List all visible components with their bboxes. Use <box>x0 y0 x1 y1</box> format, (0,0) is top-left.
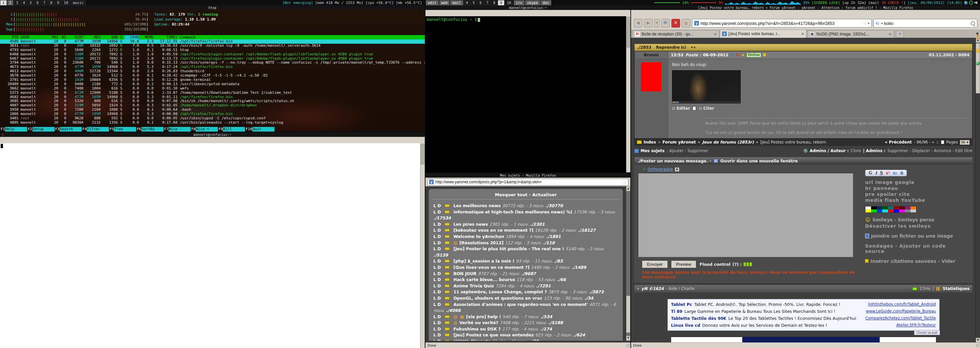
format-toolbar[interactable]: G I S x² x₂ ≣ <box>865 170 907 176</box>
process-row[interactable]: 3662 manoelt 20 0 7408 1004 616 S 0.0 0.… <box>0 86 425 91</box>
hourglass-icon[interactable] <box>976 35 980 40</box>
delete-link[interactable]: D <box>438 234 441 239</box>
process-row[interactable]: 4805 manoelt 20 0 98384 2132 1356 S 0.0 … <box>0 121 425 125</box>
topic-jump-link[interactable]: ./30770 <box>545 203 563 208</box>
screenshot-thumbnail[interactable] <box>672 70 741 104</box>
scroll-up-icon[interactable]: ▲ <box>626 186 630 191</box>
footer-links[interactable]: - Aide / Charte <box>666 286 695 291</box>
topic-row[interactable]: L D Welcome to yArochan 1894 rép. - 4 no… <box>429 234 623 240</box>
workspace-tag[interactable]: 10 <box>62 0 70 5</box>
delete-link[interactable]: D <box>438 203 441 208</box>
bold-button[interactable]: G <box>869 171 872 175</box>
read-link[interactable]: L <box>433 228 436 233</box>
function-key[interactable]: F5Tree <box>109 127 136 132</box>
saved-quotes-link[interactable]: Insérer citations sauvées - Vider <box>870 259 955 264</box>
resize-grip[interactable] <box>976 344 980 348</box>
topic-row[interactable]: L D Hack carte bleue... bourso 118 rép. … <box>429 277 623 283</box>
workspace-tag[interactable]: 4 <box>464 0 470 5</box>
process-row[interactable]: 4580 manoelt 20 0 477M 105M 14968 S 50.0… <box>0 40 425 44</box>
topic-row[interactable]: L D [kekoutez vous en ce momment ?] 1812… <box>429 227 623 234</box>
page-scrollbar[interactable]: ▲ ▼ <box>626 186 630 341</box>
bbcode-links-3[interactable]: pre spoiler cite <box>865 192 967 197</box>
htop-titlebar[interactable]: htop <box>0 5 425 10</box>
sofinco-banner[interactable]: 3,5% TAEGFIXE Votre montant : € ➜ SIMULE… <box>671 337 936 343</box>
read-link[interactable]: L <box>433 302 436 307</box>
delete-link[interactable]: D <box>438 295 441 301</box>
process-row[interactable]: 6467 manoelt 20 0 338M 20172 7892 S 1.0 … <box>0 57 425 61</box>
read-link[interactable]: L <box>433 203 436 208</box>
workspace-tag[interactable]: 10 <box>505 0 513 5</box>
refresh-link[interactable]: Actualiser <box>532 192 557 197</box>
favorite-icon[interactable]: ★ <box>741 51 745 59</box>
topic-row[interactable]: L D [Jeu] Poster le plus tôt possible - … <box>429 246 623 258</box>
process-row[interactable]: 3685 manoelt 20 0 5320 808 616 S 0.0 0.0… <box>0 99 425 104</box>
workspace-tag[interactable]: music <box>71 0 86 5</box>
resize-grip[interactable] <box>626 344 630 348</box>
topic-jump-link[interactable]: ./30 <box>530 339 539 341</box>
topic-row[interactable]: L D Association d'animes : que regardez-… <box>429 302 623 314</box>
edit-link[interactable]: :: Editer <box>672 106 690 111</box>
preview-button[interactable]: Preview <box>671 260 696 268</box>
topic-jump-link[interactable]: ./3873 <box>589 289 604 294</box>
topic-title[interactable]: [Jeu] Poster le plus tôt possible - The … <box>453 246 564 251</box>
workspace-tag[interactable]: 7 <box>41 0 48 5</box>
reload-button[interactable]: ⟳ <box>661 19 670 27</box>
workspace-tag[interactable]: 6 <box>477 0 484 5</box>
topic-jump-link[interactable]: ./534 <box>540 314 552 319</box>
process-row[interactable]: 3791 manoelt 20 0 181M 10884 6356 S 0.0 … <box>0 78 425 82</box>
text-ad[interactable]: Ti 89 Large Gamme en Papeterie & Bureau … <box>671 308 936 315</box>
message-textarea[interactable] <box>638 173 853 257</box>
url-input[interactable]: y http://www.yaronet.com/dposts.php?p=1&… <box>428 179 628 185</box>
crumb-forum[interactable]: Forum yAronet <box>662 140 696 145</box>
network-tray-icon[interactable] <box>964 1 968 5</box>
send-button[interactable]: Envoyer <box>642 260 668 268</box>
text-ad[interactable]: Linux live cd Donnez votre Avis sur les … <box>671 322 936 329</box>
ad-url[interactable]: lightinthebox.com/fr/Tablet_Android <box>868 301 936 308</box>
process-row[interactable]: 3631 root 20 0 98M 10332 2092 R 7.0 0.5 … <box>0 44 425 48</box>
delete-link[interactable]: D <box>438 271 441 276</box>
htop-table-header[interactable]: PIDUSER PRINI VIRTRES SHRS CPU%MEM% TIME… <box>0 35 425 40</box>
open-new-window-link[interactable]: Ouvrir dans une nouvelle fenêtre <box>721 158 798 163</box>
ignore-icon[interactable]: ✖ <box>736 51 739 59</box>
workspace-tag[interactable]: 5 <box>471 0 477 5</box>
post-anchor[interactable]: ./2853 <box>637 45 651 50</box>
function-key[interactable]: F6SortBy <box>136 127 163 132</box>
color-swatch[interactable] <box>910 206 916 209</box>
workspace-tag[interactable]: skype <box>525 0 540 5</box>
topic-jump-link[interactable]: ./2301 <box>530 222 545 227</box>
topic-title[interactable]: [kekoutez vous en ce momment ?] <box>453 228 533 233</box>
terminal-titlebar[interactable]: xmanoelt@confucius:~ <box>0 132 425 137</box>
htop-terminal[interactable]: 1[ |||||||||||||||||||24.7% ] 2[ |||||||… <box>0 10 425 132</box>
polls-link[interactable]: Sondages - Ajouter un code source <box>865 243 967 254</box>
read-link[interactable]: L <box>433 320 436 325</box>
topic-row[interactable]: L D [php] $_session a la noix ! 93 rép. … <box>429 258 623 265</box>
topic-title[interactable]: Les meilleures news <box>453 203 501 208</box>
bookmark-star-icon[interactable]: ☆ <box>863 21 867 26</box>
url-input[interactable]: y http://www.yaronet.com/posts.php?sl=&h… <box>692 19 872 27</box>
process-row[interactable]: 4013 manoelt 20 0 496M 52728 13344 S 0.0… <box>0 69 425 73</box>
topic-jump-link[interactable]: ./7291 <box>536 283 550 288</box>
workspace-tag[interactable]: 9 <box>55 0 61 5</box>
anchor-marks[interactable]: •« <box>690 45 695 50</box>
workspace-tag[interactable]: 4 <box>21 0 27 5</box>
function-key[interactable]: F8Nice + <box>191 127 218 132</box>
topic-row[interactable]: L D Les pires news 2301 rép. - 1 nouv. .… <box>429 221 623 228</box>
topic-title[interactable]: [Résolutions 2012] <box>460 240 504 245</box>
delete-link[interactable]: D <box>438 228 441 233</box>
history-dropdown-icon[interactable]: ▾ <box>654 19 660 27</box>
read-link[interactable]: L <box>433 339 436 341</box>
workspace-tag[interactable]: irc <box>514 0 525 5</box>
function-key[interactable]: F3Search <box>55 127 82 132</box>
color-swatch[interactable] <box>877 209 882 212</box>
sync-tray-icon[interactable] <box>969 1 973 5</box>
scroll-down-icon[interactable]: ▼ <box>626 336 630 341</box>
workspace-tag[interactable]: 2 <box>7 0 14 5</box>
bbcode-links-1[interactable]: url image google <box>865 180 967 185</box>
smileys-links[interactable]: Smileys - Smileys perso <box>872 217 934 222</box>
crumb-topic[interactable]: [Jeu] Postez votre bureau, reborn <box>760 140 826 145</box>
delete-link[interactable]: D <box>438 246 441 251</box>
hide-all-link[interactable]: Masquer tout <box>495 192 527 197</box>
color-swatch[interactable] <box>888 209 894 212</box>
color-swatch[interactable] <box>871 206 877 209</box>
search-icon[interactable] <box>971 21 975 26</box>
